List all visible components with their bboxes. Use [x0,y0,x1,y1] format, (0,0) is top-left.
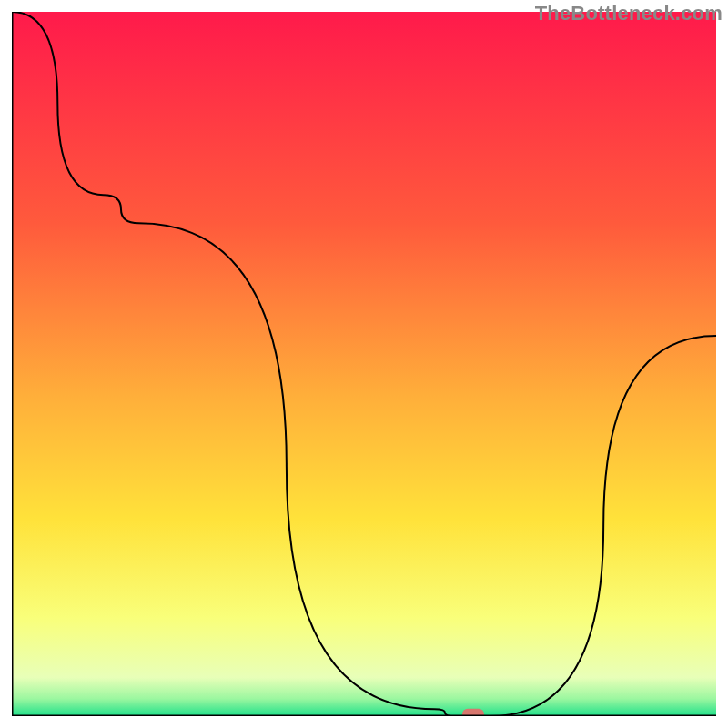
chart-container: TheBottleneck.com [0,0,728,728]
bottleneck-chart-svg [12,12,716,716]
plot-area [12,12,716,716]
gradient-background [12,12,716,716]
watermark-text: TheBottleneck.com [535,2,723,25]
